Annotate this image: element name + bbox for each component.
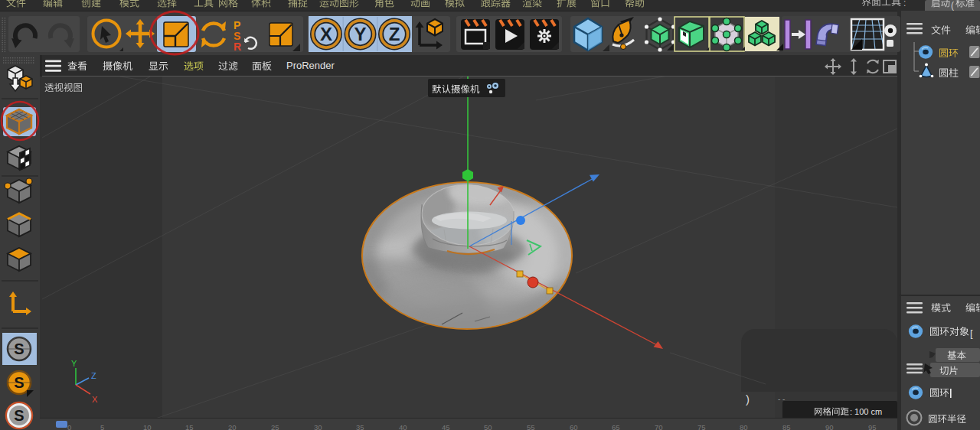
svg-text:Y: Y — [354, 24, 366, 44]
svg-text:R: R — [234, 41, 241, 53]
svg-text:Z: Z — [389, 24, 400, 44]
svg-text:X: X — [320, 24, 332, 44]
svg-text::: : — [903, 0, 906, 8]
svg-text:S: S — [14, 407, 24, 424]
svg-text:(: ( — [951, 0, 954, 11]
